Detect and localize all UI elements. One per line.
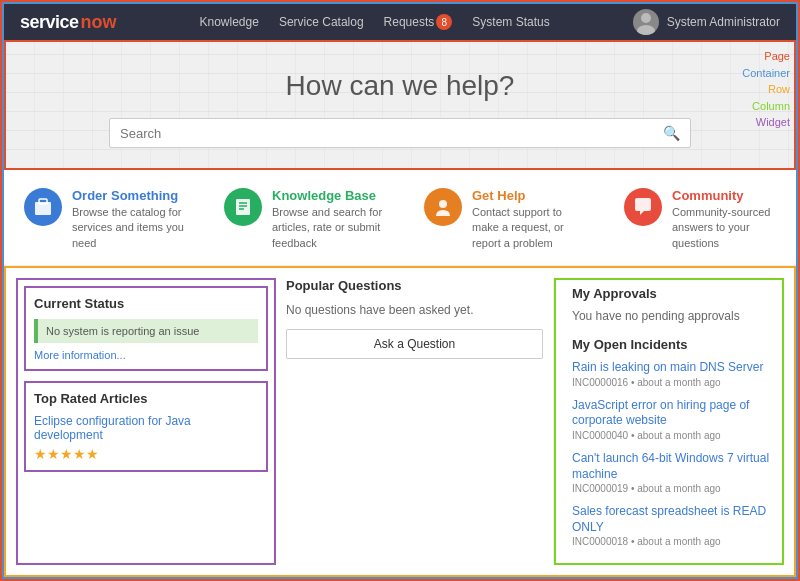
list-item: Can't launch 64-bit Windows 7 virtual ma…	[572, 451, 776, 494]
hero-heading: How can we help?	[26, 70, 774, 102]
nav-system-status[interactable]: System Status	[472, 15, 549, 29]
qa-gethelp[interactable]: Get Help Contact support to make a reque…	[424, 188, 584, 251]
logo-service-text: service	[20, 12, 79, 33]
knowledge-content: Knowledge Base Browse and search for art…	[272, 188, 384, 251]
debug-widget: Widget	[742, 114, 790, 131]
popular-questions-title: Popular Questions	[286, 278, 543, 293]
svg-point-0	[641, 13, 651, 23]
page-wrapper: servicenow Knowledge Service Catalog Req…	[0, 0, 800, 581]
top-nav: servicenow Knowledge Service Catalog Req…	[4, 4, 796, 40]
incident-link-2[interactable]: Can't launch 64-bit Windows 7 virtual ma…	[572, 451, 776, 482]
col-mid: Popular Questions No questions have been…	[276, 278, 554, 565]
order-icon	[24, 188, 62, 226]
search-icon[interactable]: 🔍	[663, 125, 680, 141]
nav-links: Knowledge Service Catalog Requests8 Syst…	[200, 14, 550, 30]
search-input[interactable]	[120, 126, 663, 141]
inner-wrapper: servicenow Knowledge Service Catalog Req…	[2, 2, 798, 579]
nav-knowledge[interactable]: Knowledge	[200, 15, 259, 29]
ask-question-button[interactable]: Ask a Question	[286, 329, 543, 359]
requests-badge: 8	[436, 14, 452, 30]
incident-meta-2: INC0000019 • about a month ago	[572, 483, 776, 494]
debug-row: Row	[742, 81, 790, 98]
community-desc: Community-sourced answers to your questi…	[672, 205, 776, 251]
nav-requests[interactable]: Requests8	[384, 14, 453, 30]
list-item: Sales forecast spreadsheet is READ ONLY …	[572, 504, 776, 547]
more-info-link[interactable]: More information...	[34, 349, 258, 361]
approvals-title: My Approvals	[572, 286, 776, 301]
community-icon	[624, 188, 662, 226]
debug-container: Container	[742, 65, 790, 82]
nav-service-catalog[interactable]: Service Catalog	[279, 15, 364, 29]
order-desc: Browse the catalog for services and item…	[72, 205, 184, 251]
incident-meta-1: INC0000040 • about a month ago	[572, 430, 776, 441]
approvals-section: My Approvals You have no pending approva…	[572, 286, 776, 323]
user-name: System Administrator	[667, 15, 780, 29]
current-status-title: Current Status	[34, 296, 258, 311]
incident-link-1[interactable]: JavaScript error on hiring page of corpo…	[572, 398, 776, 429]
svg-rect-3	[39, 199, 47, 204]
gethelp-desc: Contact support to make a request, or re…	[472, 205, 584, 251]
list-item: JavaScript error on hiring page of corpo…	[572, 398, 776, 441]
gethelp-title: Get Help	[472, 188, 584, 203]
knowledge-icon	[224, 188, 262, 226]
hero-section: Page Container Row Column Widget How can…	[4, 40, 796, 170]
knowledge-desc: Browse and search for articles, rate or …	[272, 205, 384, 251]
logo[interactable]: servicenow	[20, 12, 117, 33]
order-title: Order Something	[72, 188, 184, 203]
debug-page: Page	[742, 48, 790, 65]
community-content: Community Community-sourced answers to y…	[672, 188, 776, 251]
incidents-section: My Open Incidents Rain is leaking on mai…	[572, 337, 776, 547]
article-link[interactable]: Eclipse configuration for Java developme…	[34, 414, 258, 442]
top-articles-title: Top Rated Articles	[34, 391, 258, 406]
no-questions-text: No questions have been asked yet.	[286, 303, 543, 317]
no-pending-text: You have no pending approvals	[572, 309, 776, 323]
debug-column: Column	[742, 98, 790, 115]
status-message: No system is reporting an issue	[46, 325, 199, 337]
gethelp-icon	[424, 188, 462, 226]
svg-point-8	[439, 200, 447, 208]
top-articles-widget: Top Rated Articles Eclipse configuration…	[24, 381, 268, 472]
incidents-title: My Open Incidents	[572, 337, 776, 352]
col-left: Current Status No system is reporting an…	[16, 278, 276, 565]
current-status-widget: Current Status No system is reporting an…	[24, 286, 268, 371]
incident-link-0[interactable]: Rain is leaking on main DNS Server	[572, 360, 776, 376]
svg-rect-4	[236, 199, 250, 215]
incident-meta-3: INC0000018 • about a month ago	[572, 536, 776, 547]
search-bar: 🔍	[109, 118, 691, 148]
qa-community[interactable]: Community Community-sourced answers to y…	[624, 188, 776, 251]
quick-actions: Order Something Browse the catalog for s…	[4, 170, 796, 266]
avatar	[633, 9, 659, 35]
incident-meta-0: INC0000016 • about a month ago	[572, 377, 776, 388]
incident-link-3[interactable]: Sales forecast spreadsheet is READ ONLY	[572, 504, 776, 535]
qa-order[interactable]: Order Something Browse the catalog for s…	[24, 188, 184, 251]
order-content: Order Something Browse the catalog for s…	[72, 188, 184, 251]
debug-labels: Page Container Row Column Widget	[742, 48, 790, 131]
nav-user[interactable]: System Administrator	[633, 9, 780, 35]
status-bar: No system is reporting an issue	[34, 319, 258, 343]
svg-point-1	[637, 25, 655, 35]
knowledge-title: Knowledge Base	[272, 188, 384, 203]
logo-now-text: now	[81, 12, 117, 33]
article-stars: ★★★★★	[34, 446, 258, 462]
community-title: Community	[672, 188, 776, 203]
col-right-inner: My Approvals You have no pending approva…	[566, 280, 782, 563]
col-right: My Approvals You have no pending approva…	[554, 278, 784, 565]
main-content: Current Status No system is reporting an…	[4, 266, 796, 577]
list-item: Rain is leaking on main DNS Server INC00…	[572, 360, 776, 388]
qa-knowledge[interactable]: Knowledge Base Browse and search for art…	[224, 188, 384, 251]
gethelp-content: Get Help Contact support to make a reque…	[472, 188, 584, 251]
